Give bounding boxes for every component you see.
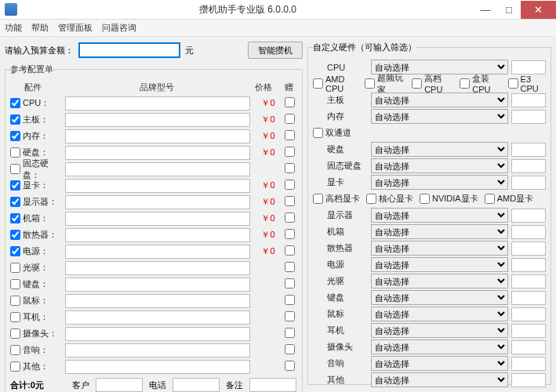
hw-check-label[interactable]: 高档显卡 bbox=[313, 193, 360, 205]
hw-extra-input[interactable] bbox=[511, 110, 546, 124]
gift-checkbox[interactable] bbox=[285, 311, 295, 321]
menu-item[interactable]: 功能 bbox=[5, 22, 22, 34]
menu-item[interactable]: 问题咨询 bbox=[102, 22, 136, 34]
hw-extra-input[interactable] bbox=[511, 225, 546, 239]
gift-checkbox[interactable] bbox=[285, 114, 295, 124]
part-checkbox[interactable] bbox=[10, 180, 20, 191]
part-checkbox[interactable] bbox=[10, 296, 20, 306]
model-input[interactable] bbox=[65, 294, 250, 308]
maximize-button[interactable]: □ bbox=[497, 1, 521, 19]
model-input[interactable] bbox=[65, 228, 250, 242]
hw-extra-input[interactable] bbox=[511, 324, 546, 338]
hw-check[interactable] bbox=[508, 78, 518, 89]
hw-extra-input[interactable] bbox=[511, 176, 546, 190]
hw-select[interactable]: 自动选择 bbox=[371, 109, 508, 124]
hw-check[interactable] bbox=[313, 194, 323, 204]
hw-extra-input[interactable] bbox=[511, 373, 546, 387]
hw-check-label[interactable]: 核心显卡 bbox=[366, 193, 413, 205]
hw-extra-input[interactable] bbox=[511, 60, 546, 74]
part-checkbox[interactable] bbox=[10, 312, 20, 322]
hw-check[interactable] bbox=[365, 78, 375, 89]
hw-check-label[interactable]: AMD显卡 bbox=[485, 193, 533, 205]
model-input[interactable] bbox=[65, 278, 250, 292]
model-input[interactable] bbox=[65, 113, 250, 127]
part-checkbox[interactable] bbox=[10, 98, 20, 108]
model-input[interactable] bbox=[65, 245, 250, 259]
note-input[interactable] bbox=[249, 378, 296, 392]
hw-select[interactable]: 自动选择 bbox=[371, 356, 508, 371]
part-checkbox[interactable] bbox=[10, 328, 20, 339]
part-checkbox[interactable] bbox=[10, 246, 20, 256]
model-input[interactable] bbox=[65, 96, 250, 111]
part-checkbox[interactable] bbox=[10, 279, 20, 289]
hw-select[interactable]: 自动选择 bbox=[371, 158, 508, 173]
smart-build-button[interactable]: 智能攒机 bbox=[248, 42, 303, 59]
hw-select[interactable]: 自动选择 bbox=[371, 290, 508, 305]
model-input[interactable] bbox=[65, 146, 250, 160]
hw-select[interactable]: 自动选择 bbox=[371, 372, 508, 387]
gift-checkbox[interactable] bbox=[285, 262, 295, 272]
hw-extra-input[interactable] bbox=[511, 274, 546, 289]
gift-checkbox[interactable] bbox=[285, 163, 295, 173]
hw-select[interactable]: 自动选择 bbox=[371, 142, 508, 157]
hw-check-label[interactable]: AMD CPU bbox=[313, 74, 358, 93]
hw-select[interactable]: 自动选择 bbox=[371, 241, 508, 256]
hw-check-label[interactable]: 双通道 bbox=[313, 127, 351, 139]
hw-extra-input[interactable] bbox=[511, 209, 546, 223]
hw-select[interactable]: 自动选择 bbox=[371, 339, 508, 354]
part-checkbox[interactable] bbox=[10, 197, 20, 207]
gift-checkbox[interactable] bbox=[285, 328, 295, 338]
part-checkbox[interactable] bbox=[10, 230, 20, 240]
hw-check[interactable] bbox=[485, 194, 495, 204]
hw-extra-input[interactable] bbox=[511, 340, 546, 354]
model-input[interactable] bbox=[65, 261, 250, 275]
hw-extra-input[interactable] bbox=[511, 93, 546, 107]
model-input[interactable] bbox=[65, 310, 250, 325]
customer-input[interactable] bbox=[96, 378, 143, 392]
hw-extra-input[interactable] bbox=[511, 159, 546, 173]
gift-checkbox[interactable] bbox=[285, 212, 295, 223]
hw-extra-input[interactable] bbox=[511, 357, 546, 371]
hw-check[interactable] bbox=[412, 78, 422, 89]
hw-select[interactable]: 自动选择 bbox=[371, 224, 508, 239]
gift-checkbox[interactable] bbox=[285, 147, 295, 157]
part-checkbox[interactable] bbox=[10, 263, 20, 273]
part-checkbox[interactable] bbox=[10, 114, 20, 125]
hw-select[interactable]: 自动选择 bbox=[371, 274, 508, 289]
hw-select[interactable]: 自动选择 bbox=[371, 307, 508, 321]
gift-checkbox[interactable] bbox=[285, 278, 295, 289]
phone-input[interactable] bbox=[173, 378, 220, 392]
gift-checkbox[interactable] bbox=[285, 130, 295, 140]
part-checkbox[interactable] bbox=[10, 213, 20, 223]
gift-checkbox[interactable] bbox=[285, 97, 295, 107]
close-button[interactable]: ✕ bbox=[521, 1, 556, 19]
hw-check[interactable] bbox=[313, 78, 323, 89]
part-checkbox[interactable] bbox=[10, 147, 20, 158]
gift-checkbox[interactable] bbox=[285, 361, 295, 371]
hw-extra-input[interactable] bbox=[511, 258, 546, 272]
gift-checkbox[interactable] bbox=[285, 180, 295, 190]
gift-checkbox[interactable] bbox=[285, 295, 295, 305]
budget-input[interactable] bbox=[78, 42, 180, 58]
gift-checkbox[interactable] bbox=[285, 344, 295, 354]
model-input[interactable] bbox=[65, 162, 250, 176]
hw-check-label[interactable]: NVIDIA显卡 bbox=[420, 193, 478, 205]
hw-extra-input[interactable] bbox=[511, 291, 546, 305]
part-checkbox[interactable] bbox=[10, 164, 20, 174]
model-input[interactable] bbox=[65, 327, 250, 341]
menu-item[interactable]: 管理面板 bbox=[58, 22, 93, 34]
hw-select[interactable]: 自动选择 bbox=[371, 323, 508, 338]
hw-check[interactable] bbox=[313, 128, 323, 138]
part-checkbox[interactable] bbox=[10, 131, 20, 141]
hw-extra-input[interactable] bbox=[511, 307, 546, 321]
hw-check-label[interactable]: E3 CPU bbox=[508, 74, 546, 93]
hw-extra-input[interactable] bbox=[511, 241, 546, 256]
hw-check[interactable] bbox=[460, 78, 470, 89]
minimize-button[interactable]: — bbox=[474, 1, 497, 19]
hw-check[interactable] bbox=[366, 194, 376, 204]
hw-check-label[interactable]: 盒装CPU bbox=[460, 73, 501, 94]
model-input[interactable] bbox=[65, 195, 250, 209]
model-input[interactable] bbox=[65, 129, 250, 143]
hw-check-label[interactable]: 高档CPU bbox=[412, 73, 453, 94]
model-input[interactable] bbox=[65, 343, 250, 358]
